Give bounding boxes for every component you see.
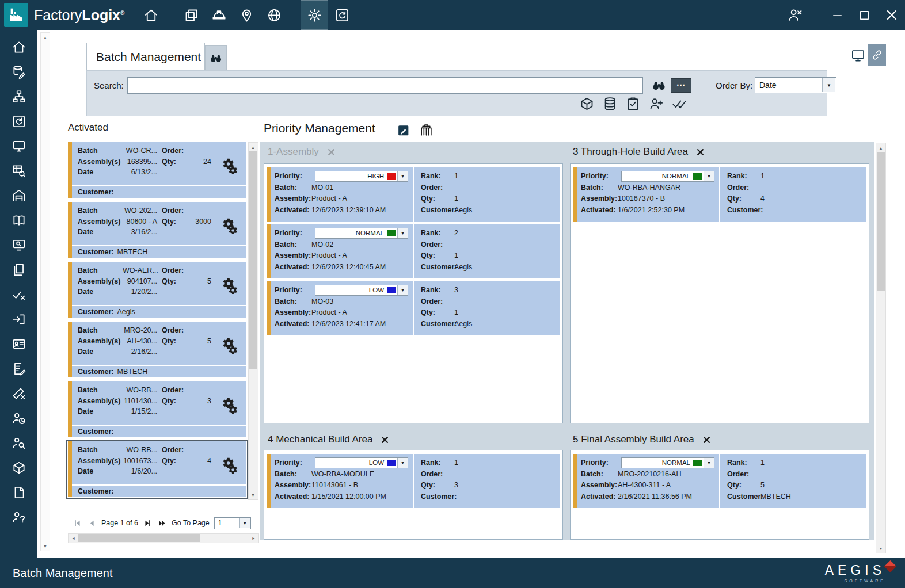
user-logout-button[interactable] bbox=[781, 0, 809, 30]
batch-card[interactable]: Batch WO-RB... Order: Assembly(s) 100167… bbox=[68, 441, 246, 497]
dropdown-arrow-icon[interactable]: ▼ bbox=[397, 458, 408, 468]
tab-search-toggle[interactable] bbox=[205, 45, 227, 70]
titlebar-location-button[interactable] bbox=[233, 0, 260, 30]
section-close-icon[interactable] bbox=[702, 436, 711, 444]
batch-card[interactable]: Batch WO-AER... Order: Assembly(s) 90410… bbox=[68, 262, 246, 318]
sidebar-item-history-box[interactable] bbox=[6, 112, 32, 131]
edit-icon[interactable] bbox=[396, 123, 410, 138]
priority-card[interactable]: Priority: HIGH ▼ Batch: MO-01 Assembly: … bbox=[267, 167, 560, 222]
sidebar-item-database-edit[interactable] bbox=[6, 63, 32, 81]
section-close-icon[interactable] bbox=[696, 148, 705, 156]
scroll-up-arrow[interactable]: ▲ bbox=[249, 143, 257, 151]
check-double-icon[interactable] bbox=[671, 96, 687, 112]
more-options-button[interactable]: ... bbox=[671, 78, 691, 93]
gears-icon[interactable] bbox=[220, 276, 238, 294]
priority-dropdown[interactable]: HIGH ▼ bbox=[315, 171, 408, 182]
goto-page-combo[interactable]: ▼ bbox=[214, 517, 251, 529]
sidebar-item-id-card[interactable] bbox=[6, 335, 32, 353]
sidebar-item-check-x[interactable] bbox=[6, 285, 32, 304]
activated-scrollbar[interactable]: ▲ ▼ bbox=[248, 142, 258, 500]
gears-icon[interactable] bbox=[220, 335, 238, 354]
priority-dropdown[interactable]: NORMAL ▼ bbox=[621, 457, 714, 468]
gears-icon[interactable] bbox=[220, 395, 238, 414]
search-input[interactable] bbox=[127, 77, 643, 94]
batch-card[interactable]: Batch WO-CR... Order: Assembly(s) 168395… bbox=[68, 142, 246, 198]
titlebar-settings-button[interactable] bbox=[301, 0, 328, 30]
sidebar-item-copy-pages[interactable] bbox=[6, 261, 32, 279]
sidebar-item-person-clock[interactable] bbox=[6, 409, 32, 427]
dropdown-arrow-icon[interactable]: ▼ bbox=[704, 458, 714, 468]
scroll-up-arrow[interactable]: ▲ bbox=[876, 144, 885, 152]
link-view-button[interactable] bbox=[868, 44, 886, 66]
search-binoculars-icon[interactable] bbox=[651, 78, 667, 93]
tab-batch-management[interactable]: Batch Management bbox=[86, 43, 205, 70]
sidebar-item-import-arrow[interactable] bbox=[6, 310, 32, 329]
sidebar-item-monitor[interactable] bbox=[6, 137, 32, 155]
first-page-button[interactable] bbox=[73, 519, 82, 528]
titlebar-documents-button[interactable] bbox=[177, 0, 205, 30]
dropdown-arrow-icon[interactable]: ▼ bbox=[704, 171, 714, 181]
sidebar-item-ruler-x[interactable] bbox=[6, 384, 32, 403]
gears-icon[interactable] bbox=[220, 455, 238, 474]
sidebar-item-person-question[interactable] bbox=[6, 508, 32, 526]
dropdown-arrow-icon[interactable]: ▼ bbox=[397, 228, 408, 238]
batch-card[interactable]: Batch WO-202... Order: Assembly(s) 80600… bbox=[68, 202, 246, 258]
titlebar-globe-button[interactable] bbox=[260, 0, 288, 30]
scroll-down-arrow[interactable]: ▼ bbox=[876, 544, 885, 552]
priority-scrollbar[interactable]: ▲ ▼ bbox=[876, 143, 886, 553]
activated-hscrollbar[interactable]: ◄ ► bbox=[68, 533, 259, 543]
scroll-up-arrow[interactable]: ▲ bbox=[41, 33, 50, 41]
priority-dropdown[interactable]: LOW ▼ bbox=[315, 457, 408, 468]
scrollbar-thumb[interactable] bbox=[249, 151, 257, 369]
clipboard-check-icon[interactable] bbox=[625, 96, 641, 112]
scrollbar-thumb[interactable] bbox=[78, 534, 200, 542]
priority-dropdown[interactable]: LOW ▼ bbox=[315, 285, 408, 296]
scroll-down-arrow[interactable]: ▼ bbox=[41, 542, 50, 550]
dropdown-arrow-icon[interactable]: ▼ bbox=[397, 171, 408, 181]
close-button[interactable] bbox=[878, 0, 905, 30]
priority-card[interactable]: Priority: LOW ▼ Batch: MO-03 Assembly: P… bbox=[267, 281, 560, 335]
priority-card[interactable]: Priority: NORMAL ▼ Batch: MO-02 Assembly… bbox=[267, 224, 560, 278]
maximize-button[interactable] bbox=[851, 0, 878, 30]
dropdown-arrow-icon[interactable]: ▼ bbox=[397, 285, 408, 295]
sidebar-item-grid-search[interactable] bbox=[6, 162, 32, 180]
priority-dropdown[interactable]: NORMAL ▼ bbox=[315, 228, 408, 239]
batch-card[interactable]: Batch MRO-20... Order: Assembly(s) AH-43… bbox=[68, 322, 246, 377]
titlebar-history-button[interactable] bbox=[328, 0, 356, 30]
scroll-left-arrow[interactable]: ◄ bbox=[69, 534, 78, 543]
priority-dropdown[interactable]: NORMAL ▼ bbox=[621, 171, 714, 182]
scroll-right-arrow[interactable]: ► bbox=[249, 534, 258, 543]
order-by-select[interactable]: Date ▼ bbox=[755, 77, 836, 93]
sidebar-scrollbar[interactable]: ▲ ▼ bbox=[40, 32, 50, 551]
previous-page-button[interactable] bbox=[87, 519, 97, 528]
batch-card[interactable]: Batch WO-RB... Order: Assembly(s) 110143… bbox=[68, 381, 246, 437]
sidebar-item-document[interactable] bbox=[6, 483, 32, 502]
priority-card[interactable]: Priority: NORMAL ▼ Batch: WO-RBA-HANGAR … bbox=[573, 167, 866, 222]
monitor-view-button[interactable] bbox=[850, 48, 866, 63]
cube-icon[interactable] bbox=[579, 96, 595, 112]
gears-icon[interactable] bbox=[220, 216, 238, 234]
titlebar-home-button[interactable] bbox=[137, 0, 165, 30]
sidebar-item-home[interactable] bbox=[6, 38, 32, 56]
sidebar-item-document-edit[interactable] bbox=[6, 360, 32, 378]
section-close-icon[interactable] bbox=[327, 148, 336, 156]
database-stack-icon[interactable] bbox=[602, 96, 618, 112]
goto-page-input[interactable] bbox=[215, 518, 239, 529]
next-page-button[interactable] bbox=[143, 519, 153, 528]
gears-icon[interactable] bbox=[220, 156, 238, 174]
titlebar-hardhat-button[interactable] bbox=[205, 0, 233, 30]
person-add-icon[interactable] bbox=[648, 96, 664, 112]
sidebar-item-cube[interactable] bbox=[6, 459, 32, 477]
last-page-button[interactable] bbox=[157, 519, 167, 528]
sidebar-item-monitor-search[interactable] bbox=[6, 236, 32, 254]
sidebar-item-flowchart[interactable] bbox=[6, 87, 32, 106]
minimize-button[interactable] bbox=[824, 0, 851, 30]
priority-card[interactable]: Priority: LOW ▼ Batch: WO-RBA-MODULE Ass… bbox=[267, 454, 560, 508]
scroll-down-arrow[interactable]: ▼ bbox=[249, 491, 257, 499]
priority-card[interactable]: Priority: NORMAL ▼ Batch: MRO-20210216-A… bbox=[573, 454, 866, 508]
scrollbar-thumb[interactable] bbox=[877, 152, 885, 291]
dropdown-arrow-icon[interactable]: ▼ bbox=[239, 518, 250, 528]
sidebar-item-warehouse[interactable] bbox=[6, 186, 32, 205]
machine-icon[interactable] bbox=[419, 123, 434, 138]
sidebar-item-book[interactable] bbox=[6, 211, 32, 230]
